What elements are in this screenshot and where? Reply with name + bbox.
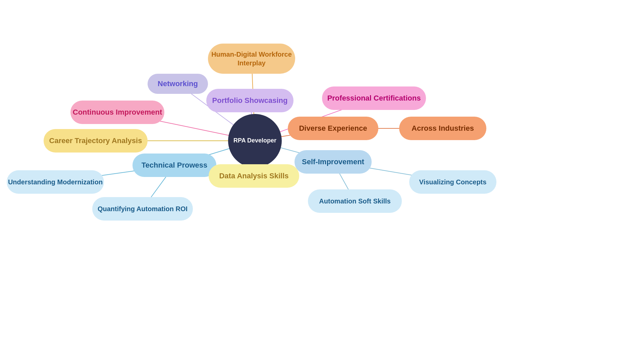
career-label: Career Trajectory Analysis	[49, 136, 142, 146]
self-label: Self-Improvement	[302, 157, 364, 167]
node-self[interactable]: Self-Improvement	[294, 150, 372, 174]
human-digital-label: Human-Digital WorkforceInterplay	[211, 50, 292, 67]
understanding-label: Understanding Modernization	[8, 178, 103, 186]
node-networking[interactable]: Networking	[148, 74, 208, 94]
node-understanding[interactable]: Understanding Modernization	[7, 170, 104, 194]
technical-label: Technical Prowess	[142, 161, 207, 170]
networking-label: Networking	[158, 79, 198, 89]
node-continuous[interactable]: Continuous Improvement	[70, 101, 164, 124]
diverse-label: Diverse Experience	[299, 124, 367, 133]
quantifying-label: Quantifying Automation ROI	[98, 204, 187, 213]
node-data[interactable]: Data Analysis Skills	[209, 164, 299, 188]
node-career[interactable]: Career Trajectory Analysis	[44, 129, 148, 153]
visualizing-label: Visualizing Concepts	[419, 178, 487, 186]
node-visualizing[interactable]: Visualizing Concepts	[409, 170, 496, 194]
across-label: Across Industries	[412, 124, 474, 133]
center-node: RPA Developer	[228, 114, 282, 168]
node-portfolio[interactable]: Portfolio Showcasing	[206, 89, 293, 112]
node-human-digital[interactable]: Human-Digital WorkforceInterplay	[208, 44, 295, 74]
center-label: RPA Developer	[233, 137, 276, 144]
portfolio-label: Portfolio Showcasing	[212, 96, 288, 106]
node-professional[interactable]: Professional Certifications	[322, 86, 426, 110]
continuous-label: Continuous Improvement	[73, 108, 162, 117]
professional-label: Professional Certifications	[327, 94, 421, 103]
node-technical[interactable]: Technical Prowess	[132, 154, 216, 177]
node-diverse[interactable]: Diverse Experience	[288, 117, 378, 140]
node-automation[interactable]: Automation Soft Skills	[308, 189, 402, 213]
node-across[interactable]: Across Industries	[399, 117, 486, 140]
automation-label: Automation Soft Skills	[319, 197, 390, 205]
data-label: Data Analysis Skills	[219, 171, 288, 181]
node-quantifying[interactable]: Quantifying Automation ROI	[92, 197, 193, 221]
